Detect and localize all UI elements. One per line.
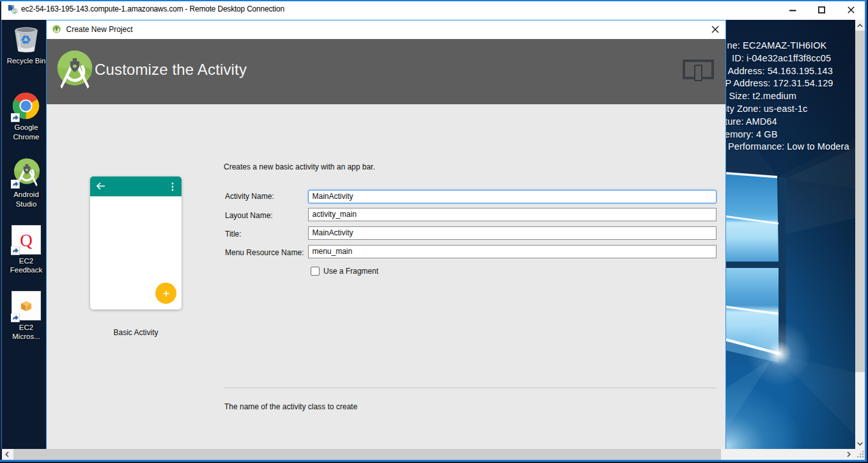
svg-text:Q: Q — [20, 231, 33, 250]
